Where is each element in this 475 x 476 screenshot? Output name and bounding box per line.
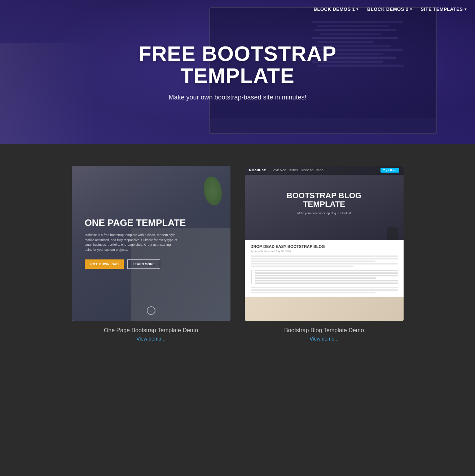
blog-hero-subtitle: Make your own bootstrap blog in minutes! (297, 212, 351, 215)
navigation: BLOCK DEMOS 1 ▾ BLOCK DEMOS 2 ▾ SITE TEM… (305, 0, 475, 18)
hero-title: FREE BOOTSTRAPTEMPLATE (138, 43, 337, 87)
blog-hero-title: BOOTSTRAP BLOGTEMPLATE (287, 191, 361, 209)
blog-byline: By John Smith posted July 30, 2016 (251, 250, 398, 253)
one-page-preview-buttons: FREE DOWNLOAD LEARN MORE (85, 259, 186, 269)
template-preview-one-page[interactable]: ONE PAGE TEMPLATE Mobirise is a free boo… (72, 166, 230, 321)
blog-bottom-food-image (245, 297, 404, 321)
blog-preview-content: MOBIRISE ONE PAGE SLIDER VIDEO BO BLOG T… (245, 166, 404, 321)
nav-site-templates[interactable]: SITE TEMPLATES ▾ (421, 6, 466, 12)
one-page-preview-content: ONE PAGE TEMPLATE Mobirise is a free boo… (72, 166, 230, 321)
blog-card-title: Bootstrap Blog Template Demo (284, 327, 364, 334)
one-page-preview-description: Mobirise is a free bootstrap template wi… (85, 233, 179, 252)
blog-nav-link-slider: SLIDER (289, 169, 298, 172)
blog-text-line (251, 255, 398, 257)
chevron-down-icon: ▾ (410, 7, 412, 11)
blog-nav-bar: MOBIRISE ONE PAGE SLIDER VIDEO BO BLOG T… (245, 166, 404, 175)
phone-decoration (387, 227, 398, 240)
blog-nav-brand: MOBIRISE (249, 169, 267, 172)
chevron-down-icon: ▾ (465, 7, 467, 11)
blog-text-line (255, 280, 398, 281)
blog-view-demo-link[interactable]: View demo... (309, 336, 339, 342)
hero-subtitle: Make your own bootstrap-based site in mi… (138, 94, 337, 101)
plant-decoration (204, 177, 222, 205)
desk-decoration (0, 43, 95, 144)
hero-content: FREE BOOTSTRAPTEMPLATE Make your own boo… (131, 43, 344, 102)
blog-nav-link-video: VIDEO BO (301, 169, 313, 172)
blog-nav-link-one-page: ONE PAGE (273, 169, 286, 172)
one-page-preview-title: ONE PAGE TEMPLATE (85, 218, 186, 228)
blog-text-line (251, 258, 398, 259)
nav-block-demos-2[interactable]: BLOCK DEMOS 2 ▾ (367, 6, 412, 12)
blog-text-line (251, 287, 398, 288)
one-page-card-title: One Page Bootstrap Template Demo (104, 327, 198, 334)
blog-text-line (251, 289, 398, 291)
blog-text-line (255, 272, 398, 274)
blog-text-line (255, 277, 376, 279)
learn-more-button[interactable]: LEARN MORE (127, 259, 160, 269)
blog-text-line (251, 292, 376, 293)
chevron-down-icon: ▾ (356, 7, 359, 11)
blog-top-section: MOBIRISE ONE PAGE SLIDER VIDEO BO BLOG T… (245, 166, 404, 240)
blog-text-line (255, 270, 398, 271)
template-card-blog: MOBIRISE ONE PAGE SLIDER VIDEO BO BLOG T… (245, 166, 404, 342)
blog-nav-link-blog: BLOG (316, 169, 323, 172)
blog-text-line (251, 266, 354, 267)
blog-text-line (251, 263, 398, 264)
blog-article-title: DROP-DEAD EASY BOOTSTRAP BLOG (251, 244, 398, 249)
blog-text-line (255, 283, 398, 284)
hero-section: FREE BOOTSTRAPTEMPLATE Make your own boo… (0, 0, 475, 144)
template-preview-blog[interactable]: MOBIRISE ONE PAGE SLIDER VIDEO BO BLOG T… (245, 166, 404, 321)
scroll-down-icon: ↓ (147, 306, 155, 315)
one-page-text-content: ONE PAGE TEMPLATE Mobirise is a free boo… (85, 218, 186, 269)
free-download-button[interactable]: FREE DOWNLOAD (85, 259, 124, 269)
one-page-view-demo-link[interactable]: View demo... (136, 336, 166, 342)
blog-blockquote (251, 270, 398, 284)
nav-block-demos-1[interactable]: BLOCK DEMOS 1 ▾ (314, 6, 359, 12)
template-card-one-page: ONE PAGE TEMPLATE Mobirise is a free boo… (72, 166, 230, 342)
blog-text-line (255, 275, 398, 276)
templates-section: ONE PAGE TEMPLATE Mobirise is a free boo… (0, 144, 475, 370)
try-it-now-button[interactable]: Try it Now! (381, 168, 399, 173)
blog-nav-links: ONE PAGE SLIDER VIDEO BO BLOG (273, 169, 324, 172)
blog-content-area: DROP-DEAD EASY BOOTSTRAP BLOG By John Sm… (245, 240, 404, 321)
blog-text-line (251, 261, 376, 262)
